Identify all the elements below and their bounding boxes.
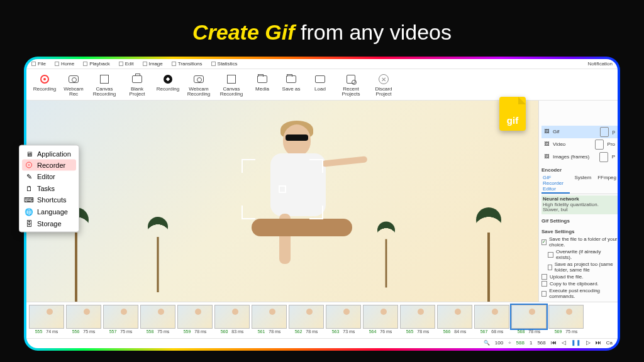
settings-tasks[interactable]: 🗒Tasks xyxy=(22,182,76,194)
language-icon: 🌐 xyxy=(25,207,33,216)
frame-thumb[interactable]: 56373 ms xyxy=(326,305,361,337)
filetype-video[interactable]: 🖼VideoPro xyxy=(541,138,618,151)
settings-language[interactable]: 🌐Language xyxy=(22,206,76,217)
cam-icon xyxy=(192,73,205,85)
save-opt[interactable]: Overwrite (if already exists). xyxy=(541,248,618,261)
frame-thumb[interactable]: 55978 ms xyxy=(177,305,213,337)
toolbar-recording[interactable]: Recording xyxy=(153,73,182,97)
settings-popup: 🖥ApplicationRecorder✎Editor🗒Tasks⌨Shortc… xyxy=(19,145,79,232)
save-opt[interactable]: Upload the file. xyxy=(541,273,618,280)
load-icon xyxy=(314,73,326,85)
toolbar-canvas-recording[interactable]: CanvasRecording xyxy=(215,73,248,97)
save-opt[interactable]: ✓Save the file to a folder of your choic… xyxy=(541,236,618,248)
toolbar-canvas-recording[interactable]: CanvasRecording xyxy=(88,73,121,97)
toolbar-save-as[interactable]: Save as xyxy=(277,73,306,97)
menu-bar: FileHomePlaybackEditImageTransitionsStat… xyxy=(26,59,618,69)
prev-frame-button[interactable]: ◁ xyxy=(562,339,566,346)
frame-thumb[interactable]: 56768 ms xyxy=(474,305,509,337)
document-icon xyxy=(599,152,608,162)
frame-thumb[interactable]: 56684 ms xyxy=(437,305,472,337)
toolbar-recent-projects[interactable]: RecentProjects xyxy=(335,73,367,97)
frame-total: 568 xyxy=(537,340,545,346)
toolbar-discard-project[interactable]: ✕DiscardProject xyxy=(367,73,400,97)
editor-icon: ✎ xyxy=(25,172,33,180)
document-icon xyxy=(600,127,609,137)
checkbox-icon[interactable] xyxy=(548,265,552,270)
menu-statistics[interactable]: Statistics xyxy=(211,61,238,67)
frame-thumb[interactable]: 55574 ms xyxy=(29,305,64,337)
crop-overlay[interactable] xyxy=(242,159,323,219)
frame-thumb[interactable]: 56878 ms xyxy=(511,305,547,337)
checkbox-icon[interactable] xyxy=(541,274,547,280)
frame-thumb[interactable]: 56178 ms xyxy=(252,305,287,337)
menu-image[interactable]: Image xyxy=(143,61,163,67)
settings-shortcuts[interactable]: ⌨Shortcuts xyxy=(22,194,76,206)
settings-application[interactable]: 🖥Application xyxy=(22,148,76,159)
toolbar-webcam-rec[interactable]: WebcamRec xyxy=(59,73,88,97)
encoder-tab-0[interactable]: GIF Recorder Editor xyxy=(541,174,570,194)
menu-transitions[interactable]: Transitions xyxy=(172,61,203,67)
toolbar-load[interactable]: Load xyxy=(306,73,335,97)
encoder-tab-2[interactable]: FFmpeg xyxy=(596,174,618,194)
checkbox-icon[interactable] xyxy=(541,281,547,287)
filetype-images-frames-[interactable]: 🖼Images (frames)P xyxy=(541,151,618,163)
notifications-button[interactable]: Notification xyxy=(587,61,613,67)
zoom-icon[interactable]: 🔍 xyxy=(484,340,490,346)
settings-recorder[interactable]: Recorder xyxy=(22,159,76,170)
frame-thumb[interactable]: 55875 ms xyxy=(140,305,175,337)
status-bar: 🔍 100 ÷ 588 1 568 ⏮ ◁ ❚❚ ▷ ⏭ Ca xyxy=(26,338,618,347)
case-icon xyxy=(131,73,143,85)
frame-filmstrip[interactable]: 55574 ms55675 ms55775 ms55875 ms55978 ms… xyxy=(26,302,618,338)
export-side-panel: 🖼Gifp🖼VideoPro🖼Images (frames)P Encoder … xyxy=(538,101,618,302)
settings-storage[interactable]: 🗄Storage xyxy=(22,217,76,229)
recorder-icon xyxy=(25,162,33,168)
tasks-icon: 🗒 xyxy=(25,184,33,192)
menu-edit[interactable]: Edit xyxy=(119,61,134,67)
frame-thumb[interactable]: 56278 ms xyxy=(289,305,324,337)
frame-thumb[interactable]: 56083 ms xyxy=(214,305,250,337)
save-opt[interactable]: Save as project too (same folder, same f… xyxy=(541,261,618,273)
status-right: Ca xyxy=(606,340,613,346)
settings-editor[interactable]: ✎Editor xyxy=(22,170,76,182)
next-frame-button[interactable]: ▷ xyxy=(586,339,591,346)
toolbar-blank-project[interactable]: BlankProject xyxy=(121,73,153,97)
preview-canvas[interactable] xyxy=(26,101,538,302)
checkbox-icon[interactable] xyxy=(548,252,553,258)
checkbox-icon[interactable] xyxy=(541,291,547,297)
frame-index: 1 xyxy=(530,340,532,346)
pause-button[interactable]: ❚❚ xyxy=(571,339,581,346)
save-opt[interactable]: Copy to the clipboard. xyxy=(541,280,618,287)
image-icon: 🖼 xyxy=(544,129,549,134)
frame-thumb[interactable]: 56476 ms xyxy=(363,305,398,337)
application-icon: 🖥 xyxy=(25,150,33,157)
record-icon xyxy=(38,73,51,85)
cam-icon xyxy=(67,73,80,85)
image-icon: 🖼 xyxy=(544,154,549,160)
encoder-option-neural[interactable]: Neural network High fidelity quantizatio… xyxy=(541,195,618,214)
menu-file[interactable]: File xyxy=(31,61,46,67)
save-settings-title: Save Settings xyxy=(541,228,618,236)
menu-home[interactable]: Home xyxy=(55,61,74,67)
storage-icon: 🗄 xyxy=(25,219,33,227)
toolbar-media[interactable]: Media xyxy=(248,73,277,97)
frame-thumb[interactable]: 55675 ms xyxy=(66,305,101,337)
gif-badge-icon: gif xyxy=(499,97,526,131)
filetype-gif[interactable]: 🖼Gifp xyxy=(541,126,618,138)
zoom-value: 100 xyxy=(495,340,503,346)
encoder-title: Encoder xyxy=(541,166,618,174)
toolbar-webcam-recording[interactable]: WebcamRecording xyxy=(182,73,215,97)
checkbox-icon[interactable]: ✓ xyxy=(541,239,547,245)
first-frame-button[interactable]: ⏮ xyxy=(551,339,557,346)
encoder-tab-1[interactable]: System xyxy=(574,174,593,194)
toolbar-recording[interactable]: Recording xyxy=(30,73,59,97)
menu-playback[interactable]: Playback xyxy=(83,61,109,67)
save-opt[interactable]: Execute post encoding commands. xyxy=(541,287,618,300)
frame-thumb[interactable]: 56975 ms xyxy=(548,305,584,337)
last-frame-button[interactable]: ⏭ xyxy=(596,339,601,346)
frame-thumb[interactable]: 55775 ms xyxy=(103,305,138,337)
recent-icon xyxy=(345,73,357,85)
frame-current: 588 xyxy=(516,340,525,346)
shortcuts-icon: ⌨ xyxy=(25,195,33,204)
frame-thumb[interactable]: 56578 ms xyxy=(400,305,435,337)
crop-icon xyxy=(98,73,111,85)
